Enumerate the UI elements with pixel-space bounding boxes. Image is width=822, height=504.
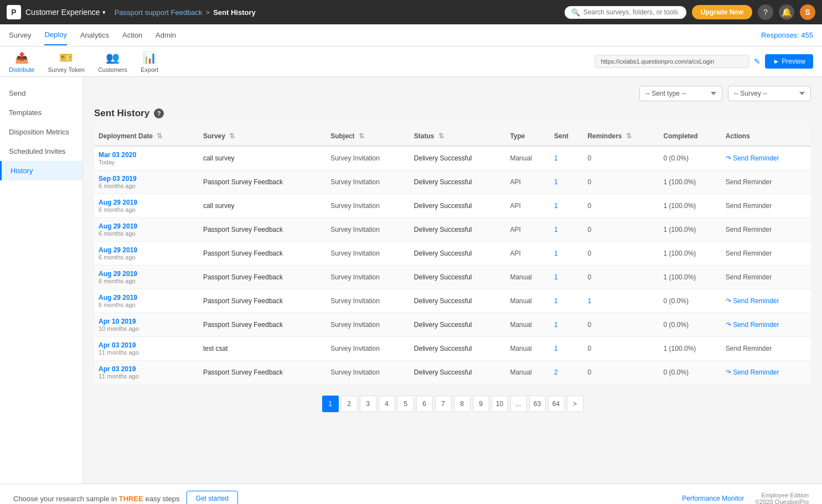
pagination-next[interactable]: > xyxy=(567,396,583,412)
cell-reminders[interactable]: 0 xyxy=(583,146,659,170)
cell-reminders[interactable]: 0 xyxy=(583,218,659,242)
cell-reminders[interactable]: 0 xyxy=(583,337,659,361)
notification-button[interactable]: 🔔 xyxy=(779,4,794,20)
performance-monitor-link[interactable]: Performance Monitor xyxy=(682,495,744,502)
cell-sent[interactable]: 1 xyxy=(550,194,583,218)
page-button-64[interactable]: 64 xyxy=(548,396,565,412)
cell-sent[interactable]: 1 xyxy=(550,242,583,266)
toolbar-survey-token[interactable]: 🎫 Survey Token xyxy=(48,50,84,73)
page-button-63[interactable]: 63 xyxy=(529,396,546,412)
cell-reminders[interactable]: 0 xyxy=(583,361,659,385)
send-reminder-button[interactable]: ↷ Send Reminder xyxy=(726,321,779,329)
cell-survey: test csat xyxy=(199,337,326,361)
send-reminder-button[interactable]: ↷ Send Reminder xyxy=(726,154,779,162)
sidebar-item-send[interactable]: Send xyxy=(0,84,82,103)
survey-filter[interactable]: -- Survey -- xyxy=(728,86,811,101)
page-button-5[interactable]: 5 xyxy=(397,396,414,412)
page-button-7[interactable]: 7 xyxy=(435,396,452,412)
cell-actions[interactable]: Send Reminder xyxy=(721,170,811,194)
breadcrumb-link[interactable]: Passport support Feedback xyxy=(115,8,203,17)
cell-sent[interactable]: 1 xyxy=(550,146,583,170)
send-reminder-plain[interactable]: Send Reminder xyxy=(726,273,772,281)
col-completed: Completed xyxy=(659,127,721,146)
col-subject[interactable]: Subject ⇅ xyxy=(326,127,410,146)
page-button-...[interactable]: ... xyxy=(510,396,527,412)
cell-date: Apr 03 2019 11 months ago xyxy=(94,337,199,361)
cell-reminders[interactable]: 0 xyxy=(583,194,659,218)
tab-deploy[interactable]: Deploy xyxy=(44,25,66,45)
cell-actions[interactable]: ↷ Send Reminder xyxy=(721,146,811,170)
cell-status: Delivery Successful xyxy=(410,146,506,170)
cell-actions[interactable]: Send Reminder xyxy=(721,266,811,289)
get-started-button[interactable]: Get started xyxy=(187,491,238,504)
edit-url-icon[interactable]: ✎ xyxy=(754,57,761,66)
tab-analytics[interactable]: Analytics xyxy=(80,25,109,45)
send-reminder-plain[interactable]: Send Reminder xyxy=(726,202,772,210)
user-avatar[interactable]: S xyxy=(800,4,815,20)
page-button-6[interactable]: 6 xyxy=(416,396,433,412)
cell-actions[interactable]: Send Reminder xyxy=(721,337,811,361)
col-survey[interactable]: Survey ⇅ xyxy=(199,127,326,146)
toolbar-distribute[interactable]: 📤 Distribute xyxy=(9,50,34,73)
cell-actions[interactable]: ↷ Send Reminder xyxy=(721,313,811,337)
cell-sent[interactable]: 1 xyxy=(550,337,583,361)
cell-sent[interactable]: 1 xyxy=(550,218,583,242)
cell-actions[interactable]: Send Reminder xyxy=(721,242,811,266)
sent-type-filter[interactable]: -- Sent type -- xyxy=(639,86,722,101)
send-reminder-button[interactable]: ↷ Send Reminder xyxy=(726,368,779,376)
cell-sent[interactable]: 1 xyxy=(550,289,583,313)
page-button-3[interactable]: 3 xyxy=(360,396,376,412)
sidebar-item-scheduled-invites[interactable]: Scheduled Invites xyxy=(0,142,82,161)
page-button-2[interactable]: 2 xyxy=(341,396,358,412)
col-sent: Sent xyxy=(550,127,583,146)
help-button[interactable]: ? xyxy=(758,4,773,20)
send-reminder-plain[interactable]: Send Reminder xyxy=(726,250,772,257)
cell-reminders[interactable]: 0 xyxy=(583,170,659,194)
cell-reminders[interactable]: 1 xyxy=(583,289,659,313)
preview-button[interactable]: ► Preview xyxy=(765,54,813,69)
send-reminder-plain[interactable]: Send Reminder xyxy=(726,345,772,352)
cell-sent[interactable]: 1 xyxy=(550,170,583,194)
cell-sent[interactable]: 2 xyxy=(550,361,583,385)
page-button-1[interactable]: 1 xyxy=(322,396,339,412)
cell-date: Apr 03 2019 11 months ago xyxy=(94,361,199,385)
col-reminders[interactable]: Reminders ⇅ xyxy=(583,127,659,146)
app-name[interactable]: Customer Experience ▾ xyxy=(25,8,106,17)
help-icon[interactable]: ? xyxy=(154,108,164,118)
cell-sent[interactable]: 1 xyxy=(550,313,583,337)
send-reminder-button[interactable]: ↷ Send Reminder xyxy=(726,297,779,305)
send-reminder-plain[interactable]: Send Reminder xyxy=(726,178,772,186)
cell-survey: call survey xyxy=(199,194,326,218)
cell-sent[interactable]: 1 xyxy=(550,266,583,289)
toolbar-export[interactable]: 📊 Export xyxy=(141,50,158,73)
sidebar-item-disposition-metrics[interactable]: Disposition Metrics xyxy=(0,122,82,142)
cell-completed: 0 (0.0%) xyxy=(659,146,721,170)
cell-actions[interactable]: ↷ Send Reminder xyxy=(721,289,811,313)
sidebar-item-templates[interactable]: Templates xyxy=(0,103,82,122)
chevron-down-icon[interactable]: ▾ xyxy=(102,9,106,16)
page-button-4[interactable]: 4 xyxy=(379,396,395,412)
sidebar-item-history[interactable]: History xyxy=(0,161,82,180)
tab-admin[interactable]: Admin xyxy=(156,25,176,45)
cell-survey: Passport Survey Feedback xyxy=(199,289,326,313)
cell-reminders[interactable]: 0 xyxy=(583,242,659,266)
send-reminder-plain[interactable]: Send Reminder xyxy=(726,226,772,233)
search-box[interactable]: 🔍 xyxy=(565,6,686,19)
col-deployment-date[interactable]: Deployment Date ⇅ xyxy=(94,127,199,146)
toolbar-customers[interactable]: 👥 Customers xyxy=(98,50,127,73)
cell-actions[interactable]: ↷ Send Reminder xyxy=(721,361,811,385)
col-status[interactable]: Status ⇅ xyxy=(410,127,506,146)
upgrade-button[interactable]: Upgrade Now xyxy=(692,5,752,19)
tab-action[interactable]: Action xyxy=(122,25,142,45)
page-button-10[interactable]: 10 xyxy=(492,396,508,412)
cell-date: Aug 29 2019 6 months ago xyxy=(94,194,199,218)
cell-reminders[interactable]: 0 xyxy=(583,266,659,289)
cell-actions[interactable]: Send Reminder xyxy=(721,194,811,218)
cell-actions[interactable]: Send Reminder xyxy=(721,218,811,242)
page-button-8[interactable]: 8 xyxy=(454,396,471,412)
cell-reminders[interactable]: 0 xyxy=(583,313,659,337)
search-input[interactable] xyxy=(583,8,680,16)
logo-area[interactable]: P Customer Experience ▾ xyxy=(7,5,106,19)
page-button-9[interactable]: 9 xyxy=(473,396,489,412)
tab-survey[interactable]: Survey xyxy=(9,25,31,45)
